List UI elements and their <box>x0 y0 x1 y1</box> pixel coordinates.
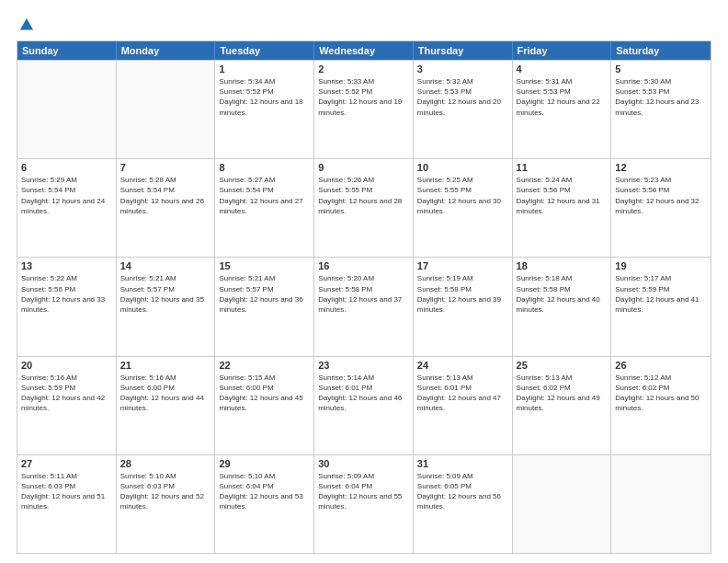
day-number: 4 <box>517 63 608 75</box>
day-number: 24 <box>417 360 508 371</box>
calendar-weekday-thursday: Thursday <box>414 41 513 60</box>
day-info: Sunrise: 5:12 AMSunset: 6:02 PMDaylight:… <box>615 373 707 414</box>
day-info: Sunrise: 5:24 AMSunset: 5:56 PMDaylight:… <box>517 175 608 216</box>
calendar-weekday-sunday: Sunday <box>17 41 117 60</box>
day-info: Sunrise: 5:10 AMSunset: 6:03 PMDaylight:… <box>120 471 211 512</box>
day-number: 13 <box>21 260 112 271</box>
calendar-week-3: 13Sunrise: 5:22 AMSunset: 5:56 PMDayligh… <box>17 257 711 355</box>
calendar-weekday-friday: Friday <box>513 41 612 60</box>
day-info: Sunrise: 5:20 AMSunset: 5:58 PMDaylight:… <box>318 273 409 315</box>
day-number: 28 <box>120 458 211 469</box>
day-info: Sunrise: 5:13 AMSunset: 6:01 PMDaylight:… <box>417 373 508 414</box>
day-number: 19 <box>615 260 707 271</box>
calendar-week-4: 20Sunrise: 5:16 AMSunset: 5:59 PMDayligh… <box>17 356 711 454</box>
calendar-day-23: 23Sunrise: 5:14 AMSunset: 6:01 PMDayligh… <box>314 357 414 454</box>
day-number: 27 <box>21 458 112 469</box>
day-number: 11 <box>517 162 608 173</box>
day-info: Sunrise: 5:11 AMSunset: 6:03 PMDaylight:… <box>21 471 112 512</box>
calendar-day-27: 27Sunrise: 5:11 AMSunset: 6:03 PMDayligh… <box>17 455 117 553</box>
calendar-day-15: 15Sunrise: 5:21 AMSunset: 5:57 PMDayligh… <box>215 258 314 355</box>
calendar-weekday-monday: Monday <box>117 41 216 60</box>
day-number: 7 <box>120 162 211 173</box>
day-info: Sunrise: 5:26 AMSunset: 5:55 PMDaylight:… <box>318 175 409 216</box>
day-number: 1 <box>219 63 310 75</box>
calendar-week-2: 6Sunrise: 5:29 AMSunset: 5:54 PMDaylight… <box>17 158 711 257</box>
calendar-week-5: 27Sunrise: 5:11 AMSunset: 6:03 PMDayligh… <box>17 454 711 553</box>
day-info: Sunrise: 5:29 AMSunset: 5:54 PMDaylight:… <box>21 175 112 216</box>
day-number: 31 <box>417 458 508 469</box>
day-info: Sunrise: 5:25 AMSunset: 5:55 PMDaylight:… <box>417 175 508 216</box>
day-info: Sunrise: 5:34 AMSunset: 5:52 PMDaylight:… <box>219 76 310 118</box>
calendar-day-25: 25Sunrise: 5:13 AMSunset: 6:02 PMDayligh… <box>513 357 612 454</box>
calendar-day-18: 18Sunrise: 5:18 AMSunset: 5:58 PMDayligh… <box>513 258 612 355</box>
calendar-day-9: 9Sunrise: 5:26 AMSunset: 5:55 PMDaylight… <box>314 159 414 257</box>
day-number: 25 <box>517 360 608 371</box>
day-info: Sunrise: 5:15 AMSunset: 6:00 PMDaylight:… <box>219 373 310 414</box>
calendar-day-19: 19Sunrise: 5:17 AMSunset: 5:59 PMDayligh… <box>611 258 711 355</box>
day-number: 6 <box>21 162 112 173</box>
day-info: Sunrise: 5:32 AMSunset: 5:53 PMDaylight:… <box>417 76 508 118</box>
calendar: SundayMondayTuesdayWednesdayThursdayFrid… <box>17 40 711 554</box>
day-number: 12 <box>615 162 707 173</box>
calendar-day-31: 31Sunrise: 5:09 AMSunset: 6:05 PMDayligh… <box>414 455 513 553</box>
calendar-empty-cell <box>17 61 117 158</box>
day-info: Sunrise: 5:27 AMSunset: 5:54 PMDaylight:… <box>219 175 310 216</box>
day-number: 5 <box>615 63 707 75</box>
calendar-day-16: 16Sunrise: 5:20 AMSunset: 5:58 PMDayligh… <box>314 258 414 355</box>
calendar-day-11: 11Sunrise: 5:24 AMSunset: 5:56 PMDayligh… <box>513 159 612 257</box>
page: SundayMondayTuesdayWednesdayThursdayFrid… <box>0 0 728 563</box>
day-number: 26 <box>615 360 707 371</box>
day-info: Sunrise: 5:22 AMSunset: 5:56 PMDaylight:… <box>21 273 112 315</box>
calendar-day-14: 14Sunrise: 5:21 AMSunset: 5:57 PMDayligh… <box>117 258 216 355</box>
day-info: Sunrise: 5:31 AMSunset: 5:53 PMDaylight:… <box>517 76 608 118</box>
day-info: Sunrise: 5:09 AMSunset: 6:05 PMDaylight:… <box>417 471 508 512</box>
day-info: Sunrise: 5:16 AMSunset: 5:59 PMDaylight:… <box>21 373 112 414</box>
calendar-day-12: 12Sunrise: 5:23 AMSunset: 5:56 PMDayligh… <box>611 159 711 257</box>
calendar-day-13: 13Sunrise: 5:22 AMSunset: 5:56 PMDayligh… <box>17 258 117 355</box>
day-number: 3 <box>417 63 508 75</box>
day-number: 23 <box>318 360 409 371</box>
calendar-day-5: 5Sunrise: 5:30 AMSunset: 5:53 PMDaylight… <box>611 61 711 158</box>
day-info: Sunrise: 5:14 AMSunset: 6:01 PMDaylight:… <box>318 373 409 414</box>
day-info: Sunrise: 5:21 AMSunset: 5:57 PMDaylight:… <box>120 273 211 315</box>
day-info: Sunrise: 5:23 AMSunset: 5:56 PMDaylight:… <box>615 175 707 216</box>
calendar-header-row: SundayMondayTuesdayWednesdayThursdayFrid… <box>17 41 711 60</box>
day-number: 9 <box>318 162 409 173</box>
day-info: Sunrise: 5:33 AMSunset: 5:52 PMDaylight:… <box>318 76 409 118</box>
calendar-day-26: 26Sunrise: 5:12 AMSunset: 6:02 PMDayligh… <box>611 357 711 454</box>
day-info: Sunrise: 5:30 AMSunset: 5:53 PMDaylight:… <box>615 76 707 118</box>
calendar-day-2: 2Sunrise: 5:33 AMSunset: 5:52 PMDaylight… <box>314 61 414 158</box>
day-info: Sunrise: 5:17 AMSunset: 5:59 PMDaylight:… <box>615 273 707 315</box>
calendar-day-30: 30Sunrise: 5:09 AMSunset: 6:04 PMDayligh… <box>314 455 414 553</box>
day-number: 17 <box>417 260 508 271</box>
day-number: 8 <box>219 162 310 173</box>
day-number: 10 <box>417 162 508 173</box>
day-info: Sunrise: 5:21 AMSunset: 5:57 PMDaylight:… <box>219 273 310 315</box>
day-number: 18 <box>517 260 608 271</box>
calendar-empty-cell <box>117 61 216 158</box>
calendar-day-7: 7Sunrise: 5:28 AMSunset: 5:54 PMDaylight… <box>117 159 216 257</box>
calendar-weekday-saturday: Saturday <box>611 41 711 60</box>
calendar-day-8: 8Sunrise: 5:27 AMSunset: 5:54 PMDaylight… <box>215 159 314 257</box>
day-info: Sunrise: 5:09 AMSunset: 6:04 PMDaylight:… <box>318 471 409 512</box>
logo <box>17 17 35 33</box>
calendar-day-29: 29Sunrise: 5:10 AMSunset: 6:04 PMDayligh… <box>215 455 314 553</box>
calendar-day-4: 4Sunrise: 5:31 AMSunset: 5:53 PMDaylight… <box>513 61 612 158</box>
day-info: Sunrise: 5:10 AMSunset: 6:04 PMDaylight:… <box>219 471 310 512</box>
day-info: Sunrise: 5:13 AMSunset: 6:02 PMDaylight:… <box>517 373 608 414</box>
calendar-empty-cell <box>611 455 711 553</box>
calendar-day-1: 1Sunrise: 5:34 AMSunset: 5:52 PMDaylight… <box>215 61 314 158</box>
logo-icon <box>18 17 35 33</box>
calendar-empty-cell <box>513 455 612 553</box>
calendar-day-17: 17Sunrise: 5:19 AMSunset: 5:58 PMDayligh… <box>414 258 513 355</box>
day-number: 29 <box>219 458 310 469</box>
day-number: 22 <box>219 360 310 371</box>
calendar-day-22: 22Sunrise: 5:15 AMSunset: 6:00 PMDayligh… <box>215 357 314 454</box>
svg-marker-0 <box>20 18 33 30</box>
calendar-day-10: 10Sunrise: 5:25 AMSunset: 5:55 PMDayligh… <box>414 159 513 257</box>
day-number: 30 <box>318 458 409 469</box>
day-info: Sunrise: 5:16 AMSunset: 6:00 PMDaylight:… <box>120 373 211 414</box>
day-number: 14 <box>120 260 211 271</box>
calendar-body: 1Sunrise: 5:34 AMSunset: 5:52 PMDaylight… <box>17 60 711 553</box>
day-number: 16 <box>318 260 409 271</box>
